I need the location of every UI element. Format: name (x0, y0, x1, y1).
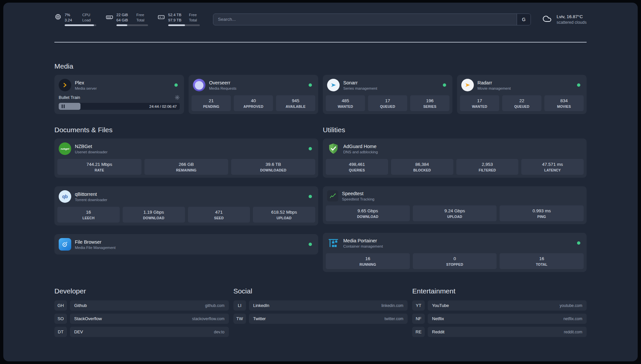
status-dot (309, 83, 312, 87)
stat-series: 196 SERIES (410, 95, 449, 111)
service-card-filebrowser[interactable]: File Browser Media File Management (54, 234, 318, 255)
service-card-portainer[interactable]: Media Portainer Container management 16 … (323, 233, 587, 272)
stat-download: 1.19 Gbps DOWNLOAD (123, 207, 185, 223)
stat-value: 22 (504, 98, 540, 103)
bookmark-reddit[interactable]: RE Reddit reddit.com (412, 327, 587, 337)
now-playing-widget: Bullet Train 24:44 / 02:06:47 (57, 94, 181, 110)
bookmark-abbr: RE (412, 327, 425, 337)
nzbget-icon-text: nzbget (61, 147, 69, 150)
stat-upload: 9.24 Gbps UPLOAD (413, 205, 497, 221)
service-card-adguard[interactable]: AdGuard Home DNS and adblocking 498,461 … (323, 138, 587, 178)
bookmark-url: github.com (205, 303, 225, 308)
section-title-documents: Documents & Files (54, 126, 318, 134)
bookmark-url: netflix.com (564, 317, 582, 321)
service-card-plex[interactable]: Plex Media server Bullet Train (54, 75, 184, 114)
portainer-icon (327, 237, 340, 249)
bookmark-name: StackOverflow (74, 316, 102, 321)
bookmark-stackoverflow[interactable]: SO StackOverflow stackoverflow.com (54, 314, 229, 324)
gear-icon[interactable] (175, 95, 180, 100)
app-desc: Media Requests (209, 86, 236, 90)
status-dot (577, 241, 580, 245)
stat-value: 9.65 Gbps (327, 208, 409, 213)
bookmark-name: Reddit (432, 329, 444, 334)
bookmark-dev[interactable]: DT DEV dev.to (54, 327, 229, 337)
app-desc: Movie management (477, 86, 511, 90)
bookmark-abbr: GH (54, 300, 67, 311)
service-card-nzbget[interactable]: nzbget NZBGet Usenet downloader 744.21 M… (54, 138, 318, 178)
status-dot (309, 147, 312, 150)
cpu-load-label: Load (82, 18, 96, 23)
playback-progress-bar[interactable]: 24:44 / 02:06:47 (59, 103, 180, 110)
stat-label: FILTERED (458, 168, 517, 172)
app-desc: Usenet downloader (75, 150, 107, 154)
stat-approved: 40 APPROVED (234, 95, 273, 111)
stat-queued: 17 QUEUED (368, 95, 407, 111)
stat-label: RATE (59, 168, 140, 172)
stat-value: 17 (369, 98, 406, 103)
stat-value: 0.993 ms (501, 208, 582, 213)
plex-icon (59, 79, 71, 91)
bookmark-url: linkedin.com (382, 303, 404, 308)
cpu-progress-bar (65, 24, 96, 26)
ram-total-label: Total (136, 18, 148, 23)
stat-label: DOWNLOADED (232, 168, 314, 172)
section-title-social: Social (233, 287, 408, 295)
bookmark-name: YouTube (432, 303, 449, 308)
stat-value: 16 (59, 210, 118, 215)
search-input[interactable] (213, 14, 517, 25)
stat-label: MOVIES (546, 105, 582, 108)
bookmark-youtube[interactable]: YT YouTube youtube.com (412, 300, 587, 311)
sonarr-icon (327, 79, 340, 91)
memory-resource-widget: 22 GiB Free 64 GiB Total (106, 13, 148, 26)
stat-value: 498,461 (327, 162, 387, 167)
bookmark-url: youtube.com (560, 303, 582, 308)
stat-value: 9.24 Gbps (414, 208, 496, 213)
pause-icon[interactable] (62, 105, 65, 108)
stat-value: 744.21 Mbps (59, 162, 140, 167)
stat-value: 266 GB (146, 162, 227, 167)
qbittorrent-icon-text: qb (62, 194, 68, 199)
stat-download: 9.65 Gbps DOWNLOAD (326, 205, 410, 221)
service-card-radarr[interactable]: Radarr Movie management 17 WANTED 22 QUE… (457, 75, 587, 114)
stat-pending: 21 PENDING (192, 95, 231, 111)
service-card-sonarr[interactable]: Sonarr Series management 485 WANTED 17 Q… (323, 75, 452, 114)
app-desc: Media File Management (75, 246, 115, 250)
stat-label: LATENCY (523, 168, 582, 172)
stat-ping: 0.993 ms PING (500, 205, 584, 221)
app-desc: Container management (343, 244, 383, 248)
status-dot (309, 195, 312, 198)
now-playing-title: Bullet Train (59, 95, 80, 100)
stat-value: 40 (235, 98, 272, 103)
bookmark-github[interactable]: GH Github github.com (54, 300, 229, 311)
app-name: qBittorrent (75, 192, 107, 197)
stat-wanted: 485 WANTED (326, 95, 365, 111)
stat-value: 1.19 Gbps (124, 210, 184, 215)
bookmark-netflix[interactable]: NF Netflix netflix.com (412, 314, 587, 324)
disk-free-label: Free (189, 13, 200, 17)
cpu-percent-value: 7% (65, 13, 77, 17)
service-card-qbittorrent[interactable]: qb qBittorrent Torrent downloader 16 LEE… (54, 186, 318, 226)
app-name: NZBGet (75, 144, 107, 149)
app-name: File Browser (75, 239, 115, 245)
app-name: Plex (75, 80, 97, 85)
app-name: Speedtest (342, 191, 374, 196)
adguard-icon (327, 142, 340, 155)
service-card-speedtest[interactable]: Speedtest Speedtest Tracking 9.65 Gbps D… (323, 186, 587, 224)
stat-running: 16 RUNNING (326, 253, 410, 269)
stat-value: 834 (546, 98, 582, 103)
search-provider-button[interactable]: G (517, 14, 531, 25)
bookmark-abbr: DT (54, 327, 67, 337)
service-card-overseerr[interactable]: Overseerr Media Requests 21 PENDING 40 A… (189, 75, 318, 114)
bookmark-linkedin[interactable]: LI LinkedIn linkedin.com (233, 300, 408, 311)
bookmark-twitter[interactable]: TW Twitter twitter.com (233, 314, 408, 324)
stat-stopped: 0 STOPPED (413, 253, 497, 269)
stat-blocked: 86,384 BLOCKED (391, 159, 453, 175)
stat-upload: 618.52 Mbps UPLOAD (253, 207, 315, 223)
stat-remaining: 266 GB REMAINING (144, 159, 229, 175)
section-title-media: Media (54, 62, 587, 70)
app-name: Sonarr (343, 80, 377, 85)
disk-resource-widget: 52.4 TB Free 97.9 TB Total (157, 13, 200, 26)
bookmark-name: Netflix (432, 316, 444, 321)
stat-label: QUERIES (327, 168, 387, 172)
stat-value: 945 (277, 98, 314, 103)
